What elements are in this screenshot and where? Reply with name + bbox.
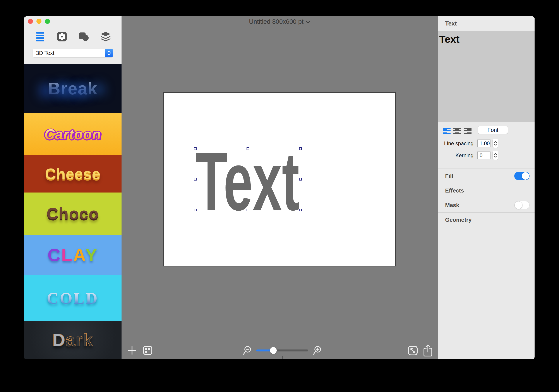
zoom-detent-tick — [282, 356, 283, 359]
align-center-button[interactable] — [453, 128, 461, 134]
toggle-knob — [514, 201, 522, 209]
kerning-stepper[interactable] — [493, 151, 498, 160]
selection-handle-bottom-right[interactable] — [299, 209, 302, 211]
preset-label: COLD — [47, 290, 99, 306]
zoom-in-button[interactable] — [313, 346, 322, 356]
text-edit-area[interactable]: Text — [438, 31, 535, 122]
preset-cheese[interactable]: Cheese — [24, 155, 121, 192]
layers-icon — [100, 32, 111, 42]
flower-gear-icon — [57, 31, 67, 42]
zoom-control — [243, 346, 322, 356]
fill-toggle[interactable] — [514, 172, 530, 180]
selection-handle-top-left[interactable] — [194, 147, 196, 150]
preset-label: Cartoon — [45, 127, 101, 142]
kerning-label: Kerning — [439, 152, 474, 158]
selection-handle-mid-right[interactable] — [299, 178, 302, 181]
minimize-button[interactable] — [37, 19, 41, 24]
align-left-button[interactable] — [443, 128, 451, 134]
canvas-area: Untitled 800x600 pt Text — [121, 16, 438, 359]
alignment-group — [443, 128, 472, 134]
selection-handle-top-right[interactable] — [299, 147, 302, 150]
preset-label: Cheese — [45, 166, 101, 182]
section-geometry[interactable]: Geometry — [438, 212, 535, 227]
zoom-slider-knob[interactable] — [270, 347, 277, 354]
share-button[interactable] — [423, 344, 432, 357]
section-mask[interactable]: Mask — [438, 198, 535, 212]
inspector-title: Text — [445, 20, 457, 27]
artboard[interactable]: Text — [163, 92, 396, 266]
zoom-window-button[interactable] — [45, 19, 50, 24]
section-fill[interactable]: Fill — [438, 169, 535, 183]
preset-label: Choco — [47, 206, 99, 222]
preset-clay[interactable]: CLAY — [24, 235, 121, 275]
shapes-icon — [79, 32, 89, 41]
toggle-knob — [522, 172, 529, 180]
resize-canvas-button[interactable] — [408, 346, 418, 356]
section-label: Mask — [445, 202, 514, 209]
zoom-slider[interactable] — [256, 346, 308, 355]
preset-label: Break — [48, 80, 98, 97]
section-effects[interactable]: Effects — [438, 183, 535, 198]
preset-break[interactable]: Break — [24, 64, 121, 113]
line-spacing-label: Line spacing — [439, 140, 474, 146]
section-label: Geometry — [445, 217, 535, 223]
preset-label: CLAY — [47, 246, 98, 264]
line-spacing-input[interactable]: 1.00 — [477, 139, 491, 147]
zoom-out-button[interactable] — [243, 346, 252, 356]
text-content[interactable]: Text — [439, 33, 459, 45]
inspector-header: Text — [438, 16, 535, 31]
chevron-down-icon — [306, 20, 310, 24]
sidebar-header: 3D Text — [24, 16, 121, 64]
preset-cold[interactable]: COLD — [24, 275, 121, 321]
kerning-input[interactable]: 0 — [477, 152, 491, 159]
traffic-lights — [28, 19, 50, 24]
templates-button[interactable] — [143, 346, 152, 355]
layers-tab[interactable] — [100, 31, 111, 42]
app-window: 3D Text BreakCartoonCheeseChocoCLAYCOLDD… — [24, 16, 535, 359]
style-category-dropdown[interactable]: 3D Text — [33, 49, 113, 57]
preset-cartoon[interactable]: Cartoon — [24, 113, 121, 155]
selection-handle-bottom-mid[interactable] — [247, 209, 249, 211]
close-button[interactable] — [28, 19, 33, 24]
line-spacing-stepper[interactable] — [493, 139, 498, 148]
preset-label: Dark — [53, 331, 93, 349]
text-controls: Font Line spacing 1.00 Kerning 0 — [438, 122, 535, 169]
section-label: Fill — [445, 173, 514, 179]
dropdown-value: 3D Text — [33, 50, 106, 56]
inspector-panel: Text Text Font Line spacing 1.00 Kerning — [438, 16, 535, 359]
styles-list-tab[interactable] — [35, 31, 45, 42]
list-icon — [36, 32, 44, 41]
selection-handle-mid-left[interactable] — [194, 178, 196, 181]
selection-handle-bottom-left[interactable] — [194, 209, 196, 211]
dropdown-stepper-icon — [105, 49, 113, 57]
add-object-button[interactable] — [127, 346, 137, 355]
preset-dark[interactable]: Dark — [24, 321, 121, 359]
section-label: Effects — [445, 187, 535, 194]
preset-choco[interactable]: Choco — [24, 192, 121, 235]
inspector-sections: FillEffectsMaskGeometry — [438, 169, 535, 227]
align-right-button[interactable] — [464, 128, 472, 134]
document-title[interactable]: Untitled 800x600 pt — [121, 18, 438, 25]
preset-list: BreakCartoonCheeseChocoCLAYCOLDDark — [24, 64, 121, 359]
font-button[interactable]: Font — [478, 126, 508, 134]
adjust-tab[interactable] — [57, 31, 67, 42]
mask-toggle[interactable] — [514, 201, 530, 209]
shapes-tab[interactable] — [79, 31, 89, 42]
sidebar-toolbar — [24, 31, 121, 42]
canvas-text-object[interactable]: Text — [195, 149, 304, 214]
sidebar: 3D Text BreakCartoonCheeseChocoCLAYCOLDD… — [24, 16, 121, 359]
selection-handle-top-mid[interactable] — [247, 147, 249, 150]
